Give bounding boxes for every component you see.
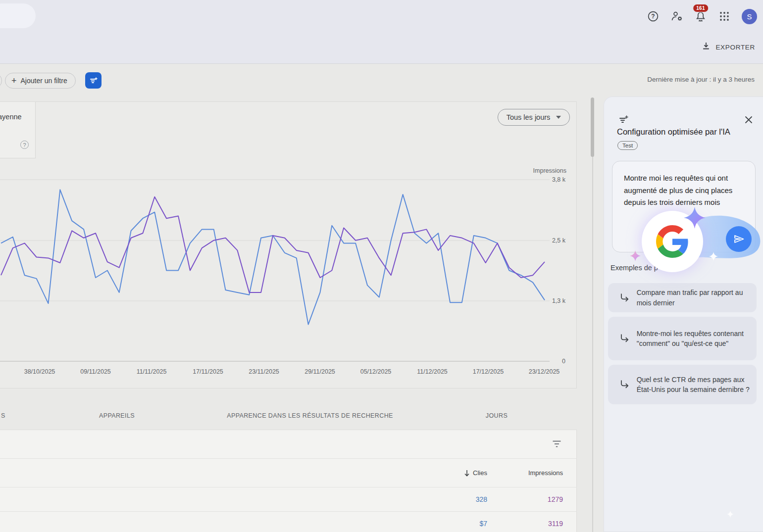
search-bar-fragment[interactable]	[0, 3, 36, 28]
google-apps-grid-icon[interactable]	[718, 10, 731, 23]
notifications-bell-icon[interactable]: 161	[694, 10, 707, 23]
dimension-tabs: S APPAREILS APPARENCE DANS LES RÉSULTATS…	[0, 412, 577, 421]
results-table: Clies Impressions 328 1279 $7 3119	[0, 430, 577, 532]
purple-line	[1, 197, 545, 292]
suggestion-text: Quel est le CTR de mes pages aux État-Un…	[637, 375, 750, 395]
advanced-filter-button[interactable]	[85, 72, 102, 89]
sparkle-icon-small-white	[709, 252, 718, 261]
x-tick: 23/11/2025	[249, 368, 279, 375]
sparkle-icon-bottom	[727, 511, 734, 520]
sort-desc-icon	[464, 470, 470, 477]
export-button[interactable]: EXPORTER	[702, 42, 755, 52]
user-settings-icon[interactable]	[670, 10, 683, 23]
ai-prompt-text: Montre moi les requêtes qui ont augmenté…	[624, 172, 747, 209]
redirect-arrow-icon	[619, 379, 630, 390]
user-avatar[interactable]: S	[742, 9, 757, 24]
top-app-bar: ? 161	[0, 0, 763, 63]
plus-icon: +	[11, 76, 17, 85]
column-header-clics[interactable]: Clies	[464, 469, 487, 477]
redirect-arrow-icon	[619, 292, 630, 303]
x-tick: 38/10/2025	[24, 368, 55, 375]
table-divider	[0, 487, 577, 487]
download-icon	[702, 42, 711, 52]
y-tick: 3,8 k	[531, 176, 565, 183]
impressions-header-label: Impressions	[528, 469, 563, 477]
add-filter-label: Ajouter un filtre	[21, 77, 67, 85]
tab-jours[interactable]: JOURS	[486, 412, 508, 419]
table-divider	[0, 511, 577, 512]
last-update-text: Dernière mise à jour : il y a 3 heures	[647, 76, 755, 83]
table-divider	[0, 458, 577, 459]
suggestion-ctr-pages[interactable]: Quel est le CTR de mes pages aux État-Un…	[608, 365, 757, 404]
performance-chart-card: ayenne ? Tous les jours Impressions 3,8 …	[0, 101, 577, 388]
x-tick: 17/11/2025	[193, 368, 223, 375]
export-label: EXPORTER	[715, 44, 755, 51]
search-console-screen: ? 161	[0, 0, 763, 532]
filter-chip-fragment[interactable]	[0, 73, 2, 89]
tab-fragment[interactable]: S	[1, 412, 5, 419]
clics-header-label: Clies	[473, 469, 487, 477]
ai-tune-plus-icon	[618, 114, 629, 127]
suggestion-queries-containing[interactable]: Montre-moi les requêtes contenant "comme…	[608, 317, 757, 360]
examples-label: Exemples de p	[610, 264, 658, 272]
row1-clics-value[interactable]: 328	[476, 495, 487, 503]
add-filter-button[interactable]: + Ajouter un filtre	[5, 73, 76, 89]
suggestion-text: Compare man trafic par rapport au mois d…	[637, 288, 750, 308]
x-axis-labels: 38/10/2025 09/11/2025 11/11/2025 17/11/2…	[0, 368, 577, 378]
x-tick: 17/12/2025	[473, 368, 504, 375]
line-chart	[0, 102, 577, 389]
svg-text:?: ?	[651, 13, 655, 20]
notification-count-badge: 161	[693, 4, 709, 12]
tab-apparence[interactable]: APPARENCE DANS LES RÉSULTATS DE RECHERCH…	[227, 412, 393, 419]
redirect-arrow-icon	[619, 333, 630, 344]
y-tick: 2,5 k	[531, 237, 565, 244]
ai-prompt-card[interactable]: Montre moi les requêtes qui ont augmenté…	[612, 161, 756, 252]
ai-panel-title: Configuration optimisée par l'IA	[617, 127, 730, 137]
suggestion-text: Montre-moi les requêtes contenant "comme…	[637, 329, 750, 349]
x-tick: 23/12/2025	[529, 368, 560, 375]
close-panel-icon[interactable]	[744, 115, 754, 125]
column-header-impressions[interactable]: Impressions	[528, 469, 563, 477]
table-filter-icon[interactable]	[552, 440, 561, 449]
x-tick: 05/12/2025	[360, 368, 392, 375]
y-tick: 1,3 k	[531, 297, 565, 304]
row1-impressions-value: 1279	[548, 495, 563, 503]
header-divider	[0, 63, 763, 64]
help-icon[interactable]: ?	[647, 10, 660, 23]
scrollbar-thumb[interactable]	[591, 97, 594, 157]
x-tick: 29/11/2025	[305, 368, 335, 375]
row2-clics-value[interactable]: $7	[479, 520, 487, 528]
y-tick: 0	[531, 358, 565, 365]
test-badge: Test	[617, 141, 638, 150]
x-tick: 11/12/2025	[417, 368, 448, 375]
scrollbar-track[interactable]	[592, 97, 593, 532]
tab-appareils[interactable]: APPAREILS	[99, 412, 135, 419]
topbar-actions: ? 161	[647, 6, 757, 27]
x-tick: 11/11/2025	[137, 368, 167, 375]
row2-impressions-value: 3119	[548, 520, 563, 528]
y-axis-title: Impressions	[533, 167, 566, 174]
suggestion-compare-traffic[interactable]: Compare man trafic par rapport au mois d…	[608, 283, 757, 312]
blue-line	[1, 190, 545, 324]
tune-plus-icon	[89, 76, 98, 85]
ai-configuration-panel: Configuration optimisée par l'IA Test Mo…	[604, 97, 763, 532]
x-tick: 09/11/2025	[80, 368, 111, 375]
